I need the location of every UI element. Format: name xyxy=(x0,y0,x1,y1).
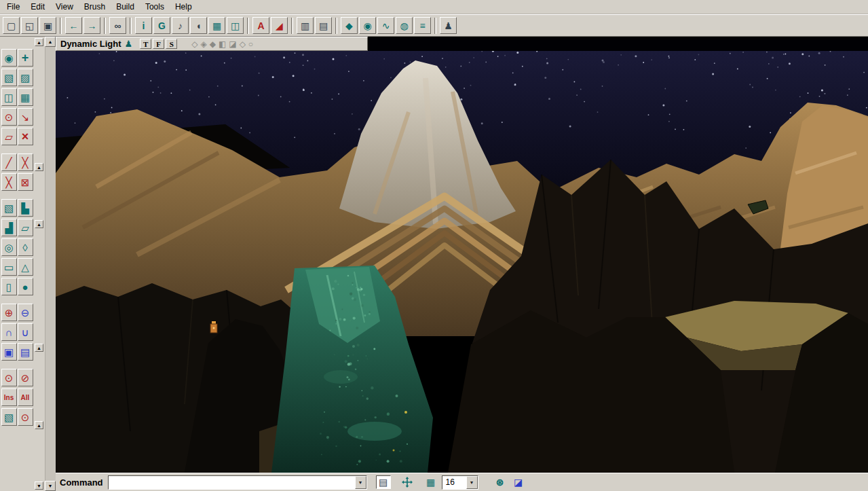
show-selected-actors-button[interactable]: ⊙ xyxy=(1,369,17,386)
scale-arrow-icon: ↘ xyxy=(21,112,30,122)
cylinder-builder-button[interactable]: ▭ xyxy=(1,258,17,276)
clip-marker-button[interactable]: ╳ xyxy=(1,173,17,191)
lozenge-icon: ◊ xyxy=(22,242,27,253)
camera-movement-button[interactable]: ◉ xyxy=(1,49,17,67)
textured-view-icon[interactable]: ◪ xyxy=(229,39,236,49)
open-map-button[interactable]: ◱ xyxy=(21,17,38,34)
polys-view-icon[interactable]: ◆ xyxy=(210,39,216,49)
stair-builder-button[interactable]: ▙ xyxy=(18,199,33,217)
joystick-icon[interactable]: ♟ xyxy=(125,39,133,49)
subtract-brush-button[interactable]: ⊖ xyxy=(18,304,33,321)
command-input[interactable] xyxy=(109,476,355,489)
select-inside-button[interactable]: Ins xyxy=(1,388,17,406)
deintersect-brush-button[interactable]: ∪ xyxy=(18,323,33,341)
cone-builder-button[interactable]: △ xyxy=(18,258,33,276)
pen-cross-icon: ╳ xyxy=(22,158,28,168)
add-brush-button[interactable]: ⊕ xyxy=(1,304,17,321)
music-browser-button[interactable]: ♪ xyxy=(172,17,189,34)
camera-move-button[interactable] xyxy=(400,475,415,489)
up-arrow-icon: ▲ xyxy=(37,423,41,428)
vertex-editing-button[interactable]: + xyxy=(18,49,33,67)
mode-button-s[interactable]: S xyxy=(166,39,177,49)
brush-free-rotate-button[interactable]: ⊙ xyxy=(1,108,17,126)
console-button[interactable]: ▤ xyxy=(376,475,391,489)
toolbox-group-up-button-1[interactable]: ▲ xyxy=(35,163,43,171)
lighting-view-icon[interactable]: ◇ xyxy=(240,39,246,49)
brush-free-scale-button[interactable]: ↘ xyxy=(18,108,33,126)
actor-class-browser-button[interactable]: A xyxy=(252,17,269,34)
new-map-button[interactable]: ▢ xyxy=(3,17,20,34)
grid-toggle-button[interactable]: ▦ xyxy=(423,475,438,489)
mode-button-f[interactable]: F xyxy=(153,39,164,49)
sound-browser-button[interactable]: ◖ xyxy=(190,17,207,34)
menu-item-edit[interactable]: Edit xyxy=(25,1,50,13)
toolbox-group-up-button-0[interactable]: ▲ xyxy=(35,38,43,46)
redo-button[interactable]: → xyxy=(83,17,100,34)
menu-item-build[interactable]: Build xyxy=(111,1,140,13)
texture-pan-button[interactable]: ◫ xyxy=(1,88,17,106)
texture-browser-button[interactable]: ▦ xyxy=(208,17,225,34)
mesh-browser-button[interactable]: ◫ xyxy=(227,17,244,34)
menu-item-help[interactable]: Help xyxy=(170,1,197,13)
spiral-stair-builder-button[interactable]: ◎ xyxy=(1,238,17,256)
sheet-builder-button[interactable]: ▱ xyxy=(18,219,33,236)
build-geometry-button[interactable]: ◆ xyxy=(341,17,358,34)
brush-rotating-button[interactable]: ▨ xyxy=(18,69,33,86)
zone-view-icon[interactable]: ◈ xyxy=(200,39,206,49)
volumetric-builder-button[interactable]: ▯ xyxy=(1,278,17,295)
build-paths-button[interactable]: ∿ xyxy=(377,17,394,34)
terrain-builder-button[interactable]: ◊ xyxy=(18,238,33,256)
menu-item-file[interactable]: File xyxy=(1,1,25,13)
group-browser-button[interactable]: G xyxy=(153,17,170,34)
cube-builder-button[interactable]: ▧ xyxy=(1,199,17,217)
toolbox-scroll-up-button[interactable]: ▲ xyxy=(45,37,56,47)
toolbox-row: ◉+ xyxy=(0,49,34,67)
realtime-view-icon[interactable]: ○ xyxy=(248,39,253,49)
add-special-brush-button[interactable]: ▣ xyxy=(1,343,17,361)
brush-clip-button[interactable]: × xyxy=(18,128,33,145)
builder-cube-button[interactable]: ▧ xyxy=(1,408,17,426)
draw-polygon-button[interactable]: ╱ xyxy=(1,153,17,171)
grid-size-dropdown-button[interactable]: ▼ xyxy=(466,476,478,489)
swatch-button[interactable]: ◪ xyxy=(511,475,526,489)
2d-shape-editor-button[interactable]: ◢ xyxy=(271,17,288,34)
script-editor-button[interactable]: ▥ xyxy=(297,17,314,34)
sphere-builder-button[interactable]: ● xyxy=(18,278,33,295)
build-options-button[interactable]: ◍ xyxy=(396,17,413,34)
hide-selected-actors-button[interactable]: ⊘ xyxy=(18,369,33,386)
curved-stair-builder-button[interactable]: ▟ xyxy=(1,219,17,236)
texture-rotate-button[interactable]: ▦ xyxy=(18,88,33,106)
toolbox-group-down-button[interactable]: ▼ xyxy=(35,481,43,490)
menu-item-tools[interactable]: Tools xyxy=(140,1,170,13)
search-actors-button[interactable]: ∞ xyxy=(109,17,126,34)
toolbox-scroll-trough[interactable] xyxy=(45,47,56,481)
toolbox-group-up-button-4[interactable]: ▲ xyxy=(35,421,43,429)
toolbox-group-up-button-3[interactable]: ▲ xyxy=(35,344,43,352)
grid-size-value[interactable]: 16 xyxy=(442,476,466,489)
actor-properties-button[interactable]: i xyxy=(135,17,152,34)
undo-button[interactable]: ← xyxy=(65,17,82,34)
bsp-view-icon[interactable]: ◧ xyxy=(219,39,226,49)
toolbox-scroll-down-button[interactable]: ▼ xyxy=(45,481,56,491)
command-dropdown-button[interactable]: ▼ xyxy=(355,476,366,489)
menu-item-brush[interactable]: Brush xyxy=(79,1,111,13)
menu-item-view[interactable]: View xyxy=(50,1,79,13)
brush-scaling-button[interactable]: ▧ xyxy=(1,69,17,86)
viewport-3d[interactable] xyxy=(56,51,868,473)
mode-button-t[interactable]: T xyxy=(140,39,151,49)
select-all-button[interactable]: All xyxy=(18,388,33,406)
add-mover-brush-button[interactable]: ▤ xyxy=(18,343,33,361)
delete-polygon-button[interactable]: ⊠ xyxy=(18,173,33,191)
play-map-button[interactable]: ♟ xyxy=(440,17,457,34)
toolbox-group-up-button-2[interactable]: ▲ xyxy=(35,220,43,228)
edit-polygon-button[interactable]: ╳ xyxy=(18,153,33,171)
object-viewer-button[interactable]: ▤ xyxy=(315,17,332,34)
world-button[interactable]: ⊛ xyxy=(493,475,508,489)
sheet-rotate-button[interactable]: ▱ xyxy=(1,128,17,145)
save-map-button[interactable]: ▣ xyxy=(39,17,56,34)
show-all-actors-button[interactable]: ⊙ xyxy=(18,408,33,426)
intersect-brush-button[interactable]: ∩ xyxy=(1,323,17,341)
wireframe-view-icon[interactable]: ◇ xyxy=(191,39,197,49)
build-all-button[interactable]: ≡ xyxy=(414,17,431,34)
build-lighting-button[interactable]: ◉ xyxy=(359,17,376,34)
